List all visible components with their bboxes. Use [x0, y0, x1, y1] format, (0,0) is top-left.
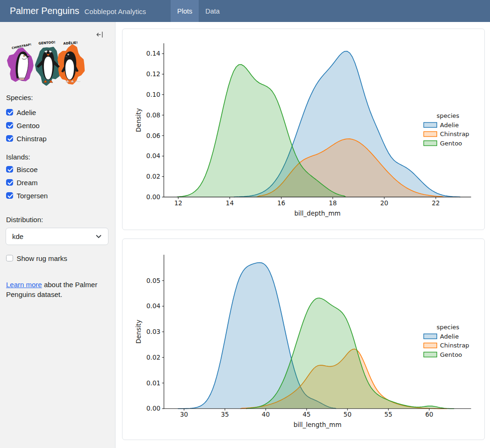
checkbox-icon [6, 192, 13, 199]
checkbox-icon [6, 179, 13, 186]
checkbox-label: Dream [17, 179, 38, 187]
checkbox-species-adelie[interactable]: Adelie [6, 108, 36, 116]
checkbox-label: Biscoe [17, 166, 38, 173]
tab-plots[interactable]: Plots [171, 0, 199, 22]
checkbox-icon [6, 135, 13, 142]
nav-tabs: Plots Data [171, 0, 226, 22]
app-title: Palmer Penguins [10, 0, 79, 22]
checkbox-label: Chinstrap [17, 135, 47, 143]
checkbox-species-gentoo[interactable]: Gentoo [6, 122, 40, 130]
sidebar: CHINSTRAP!GENTOO!ADĒLIE! Species: Adelie… [0, 22, 115, 448]
islands-group-label: Islands: [6, 153, 30, 161]
species-group-label: Species: [6, 94, 33, 101]
navbar: Palmer Penguins Cobblepot Analytics Plot… [0, 0, 490, 22]
learn-more-link[interactable]: Learn more [6, 281, 42, 289]
checkbox-island-biscoe[interactable]: Biscoe [6, 166, 38, 173]
checkbox-icon [6, 122, 13, 129]
checkbox-label: Torgersen [17, 192, 48, 200]
checkbox-icon [6, 255, 13, 262]
distribution-select[interactable]: kde [6, 228, 108, 245]
checkbox-icon [6, 166, 13, 173]
checkbox-species-chinstrap[interactable]: Chinstrap [6, 135, 47, 143]
card-bill-length-plot [122, 238, 485, 440]
checkbox-label: Gentoo [17, 122, 40, 130]
tab-data[interactable]: Data [199, 0, 226, 22]
checkbox-island-torgersen[interactable]: Torgersen [6, 192, 48, 200]
navbar-brand: Palmer Penguins Cobblepot Analytics [10, 0, 146, 22]
main-content [116, 22, 490, 448]
app-root: Palmer Penguins Cobblepot Analytics Plot… [0, 0, 490, 448]
app-subtitle: Cobblepot Analytics [85, 7, 146, 15]
distribution-selected-value: kde [12, 232, 23, 240]
chevron-down-icon [96, 235, 101, 238]
svg-text:GENTOO!: GENTOO! [38, 41, 56, 46]
svg-text:ADĒLIE!: ADĒLIE! [63, 40, 78, 45]
checkbox-icon [6, 109, 13, 116]
card-bill-depth-plot [122, 29, 485, 230]
learn-more-text: Learn more about the Palmer Penguins dat… [6, 280, 105, 299]
checkbox-island-dream[interactable]: Dream [6, 179, 38, 187]
checkbox-label: Show rug marks [17, 254, 67, 262]
checkbox-show-rug-marks[interactable]: Show rug marks [6, 254, 67, 262]
checkbox-label: Adelie [17, 108, 36, 116]
distribution-label: Distribution: [6, 216, 43, 224]
